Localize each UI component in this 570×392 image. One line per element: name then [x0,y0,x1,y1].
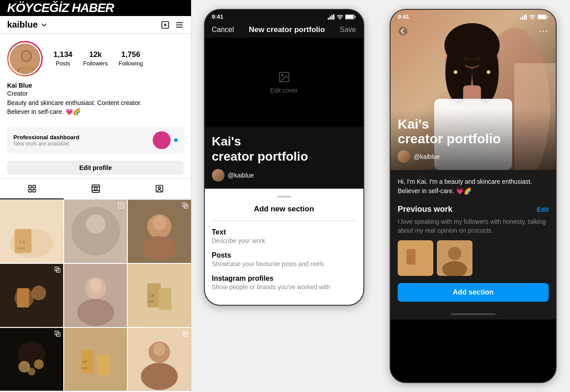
dashboard-title: Professional dashboard [13,134,153,141]
cover-area[interactable]: Edit cover [205,38,363,127]
previous-work-title: Previous work [398,205,452,214]
svg-rect-108 [538,15,546,19]
edit-profile-button[interactable]: Edit profile [7,161,184,175]
svg-rect-13 [28,190,31,192]
grid-post-8[interactable]: La Luxe [64,328,127,391]
svg-point-110 [399,27,407,36]
post-img-4 [0,264,63,327]
profiles-option-title: Instagram profiles [212,275,356,283]
following-stat[interactable]: 1,756 Following [118,50,143,67]
grid-post-4[interactable] [0,264,63,327]
add-section-title: Add new section [212,205,356,214]
cancel-button[interactable]: Cancel [212,26,234,34]
svg-point-111 [540,31,541,32]
dashboard-card-content: Professional dashboard New tools are ava… [13,134,153,147]
svg-text:Luxe: Luxe [17,246,25,250]
grid-post-2[interactable] [64,200,127,263]
add-icon[interactable] [161,20,170,29]
tab-grid[interactable] [0,179,64,199]
post-img-3 [128,200,191,263]
posts-option-desc: Showcase your favourite posts and reels [212,260,356,267]
post-img-6: La Luxe [128,264,191,327]
signal-icon [328,14,335,20]
cover-nav-icons [391,22,556,40]
menu-icon[interactable] [175,20,184,29]
following-label: Following [118,60,143,67]
dashboard-dot-indicator [174,138,178,142]
svg-rect-11 [28,186,31,188]
middle-phone: 9:41 [204,9,364,306]
battery-icon-right [537,14,549,20]
signal-icon-right [520,14,527,20]
previous-work-desc: I love speaking with my followers with h… [398,218,549,235]
svg-rect-78 [328,18,329,20]
tab-reels[interactable] [64,179,127,199]
section-option-profiles[interactable]: Instagram profiles Show people or brands… [212,275,356,291]
home-bar [451,313,496,315]
svg-rect-105 [525,14,527,20]
section-option-posts[interactable]: Posts Showcase your favourite posts and … [212,251,356,267]
section-option-text[interactable]: Text Describe your work [212,228,356,244]
site-banner: KÖYCEĞİZ HABER [0,0,191,16]
svg-rect-40 [17,288,29,307]
collection-badge-9 [182,331,188,337]
avatar-container[interactable] [7,41,43,77]
grid-post-3[interactable] [128,200,191,263]
profile-name: Kai Blue [7,82,184,89]
svg-point-8 [22,51,31,61]
tab-tagged[interactable] [127,179,191,199]
right-status-icons [520,14,549,20]
right-small-avatar [398,150,410,163]
add-section-button[interactable]: Add section [398,283,549,302]
avatar [8,42,41,75]
more-icon[interactable] [538,26,549,36]
grid-post-7[interactable] [0,328,63,391]
save-button[interactable]: Save [340,26,356,34]
svg-rect-85 [354,16,355,18]
avatar-img [10,44,41,75]
portfolio-user: @kaiblue [212,169,356,182]
grid-post-6[interactable]: La Luxe [128,264,191,327]
svg-rect-84 [346,15,354,19]
collection-badge-7 [54,331,61,337]
collection-icon-4 [54,267,61,274]
grid-post-9[interactable] [128,328,191,391]
edit-work-button[interactable]: Edit [537,206,549,213]
section-divider-1 [212,221,356,221]
post-img-7 [0,328,63,391]
svg-point-100 [454,70,457,74]
chevron-down-icon [40,20,49,29]
svg-point-101 [487,70,490,74]
thumb-img-1: La Luxe [398,240,433,276]
ig-header: kaiblue [0,16,191,34]
ig-username: kaiblue [7,20,38,30]
collection-icon-9 [182,331,188,338]
battery-icon [345,14,356,20]
profile-top: 1,134 Posts 12k Followers 1,756 Followin… [7,41,184,77]
dashboard-icon [153,131,171,149]
svg-point-46 [90,279,101,292]
instagram-profile-panel: KÖYCEĞİZ HABER kaiblue [0,0,191,392]
work-thumb-2[interactable] [437,240,472,276]
posts-option-title: Posts [212,251,356,259]
small-avatar [212,169,224,182]
previous-work-header: Previous work Edit [398,205,549,214]
reel-icon-3 [182,202,188,210]
followers-stat[interactable]: 12k Followers [83,50,108,67]
svg-text:La: La [20,239,25,244]
post-img-9 [128,328,191,391]
followers-label: Followers [83,60,108,67]
right-handle: @kaiblue [414,153,440,160]
post-img-8: La Luxe [64,328,127,391]
svg-text:La: La [407,256,411,259]
right-panel: 9:41 [376,0,570,392]
post-img-5 [64,264,127,327]
work-thumb-1[interactable]: La Luxe [398,240,433,276]
back-icon[interactable] [398,26,408,36]
grid-post-1[interactable]: La Luxe [0,200,63,263]
svg-point-119 [448,247,461,260]
professional-dashboard-card[interactable]: Professional dashboard New tools are ava… [7,127,184,154]
grid-post-5[interactable] [64,264,127,327]
reels-icon [91,184,100,193]
svg-rect-80 [331,15,333,20]
